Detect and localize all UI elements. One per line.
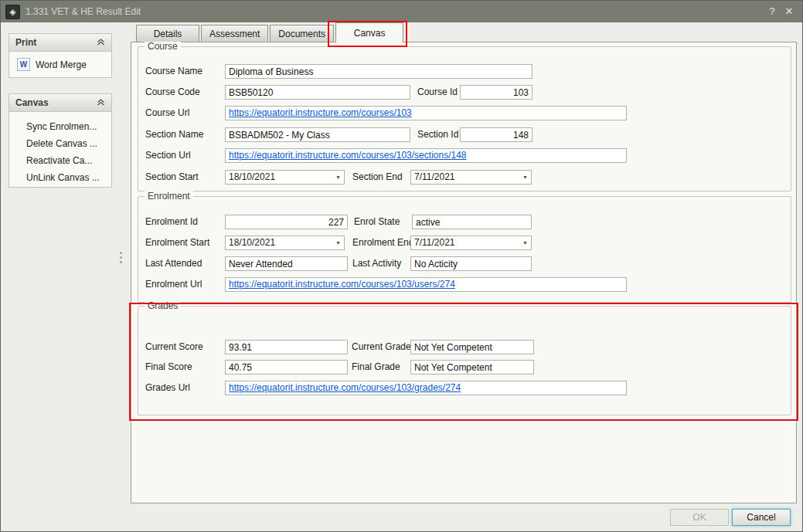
course-url-link[interactable]: https://equatorit.instructure.com/course… <box>229 107 412 118</box>
current-grade-input[interactable] <box>410 340 534 354</box>
section-id-label: Section Id <box>417 127 458 142</box>
collapse-chevron-icon <box>97 97 105 108</box>
sidebar-item-delete-canvas[interactable]: Delete Canvas ... <box>9 135 111 152</box>
canvas-panel: Canvas Sync Enrolmen... Delete Canvas ..… <box>9 93 112 188</box>
print-panel: Print W Word Merge <box>9 33 112 78</box>
final-score-label: Final Score <box>145 360 192 374</box>
grades-url-link[interactable]: https://equatorit.instructure.com/course… <box>229 382 461 393</box>
last-activity-label: Last Activity <box>352 256 401 271</box>
course-url-label: Course Url <box>145 106 189 120</box>
last-attended-label: Last Attended <box>145 256 202 271</box>
enrolment-start-value: 18/10/2021 <box>226 236 332 249</box>
final-score-input[interactable] <box>225 360 348 374</box>
app-icon: ◈ <box>5 5 20 19</box>
grades-url-label: Grades Url <box>145 381 190 395</box>
enrolment-end-value: 7/11/2021 <box>411 236 519 249</box>
section-start-value: 18/10/2021 <box>226 171 332 184</box>
course-name-label: Course Name <box>145 64 202 79</box>
current-score-label: Current Score <box>145 340 203 354</box>
close-button[interactable]: ✕ <box>781 4 798 19</box>
word-icon: W <box>17 58 30 71</box>
dropdown-arrow-icon[interactable]: ▾ <box>519 236 531 249</box>
final-grade-input[interactable] <box>410 360 534 374</box>
course-group: Course Course Name Course Code Course Id… <box>138 46 791 191</box>
course-id-label: Course Id <box>417 85 458 100</box>
tab-page-canvas: Course Course Name Course Code Course Id… <box>131 42 797 503</box>
sidebar-item-reactivate-canvas[interactable]: Reactivate Ca... <box>9 152 111 169</box>
enrol-state-label: Enrol State <box>354 215 400 229</box>
enrolment-start-dropdown[interactable]: 18/10/2021 ▾ <box>225 236 345 250</box>
print-panel-title: Print <box>15 37 36 48</box>
splitter-grip-icon <box>120 252 122 263</box>
cancel-button[interactable]: Cancel <box>732 509 791 526</box>
collapse-chevron-icon <box>97 37 105 48</box>
course-name-input[interactable] <box>225 64 532 79</box>
enrolment-url-box: https://equatorit.instructure.com/course… <box>225 277 627 292</box>
section-url-link[interactable]: https://equatorit.instructure.com/course… <box>229 150 467 161</box>
tab-assessment[interactable]: Assessment <box>201 25 268 42</box>
tab-details[interactable]: Details <box>136 25 199 42</box>
course-id-input[interactable] <box>460 85 532 100</box>
enrolment-group-title: Enrolment <box>145 191 193 202</box>
section-id-input[interactable] <box>460 127 532 142</box>
window: ◈ 1.331 VET & HE Result Edit ? ✕ Print W… <box>0 0 803 532</box>
tab-strip: Details Assessment Documents Canvas <box>136 25 403 42</box>
grades-group: Grades Current Score Current Grade Final… <box>138 306 791 415</box>
enrolment-start-label: Enrolment Start <box>145 236 209 250</box>
current-score-input[interactable] <box>225 340 348 354</box>
enrolment-end-dropdown[interactable]: 7/11/2021 ▾ <box>410 236 532 250</box>
enrolment-url-label: Enrolment Url <box>145 277 202 292</box>
splitter[interactable] <box>117 33 124 496</box>
grades-group-title: Grades <box>145 300 181 311</box>
sidebar-item-sync-enrolments[interactable]: Sync Enrolmen... <box>9 118 111 135</box>
dropdown-arrow-icon[interactable]: ▾ <box>332 171 344 184</box>
course-group-title: Course <box>145 41 181 52</box>
enrolment-id-input[interactable] <box>225 215 348 229</box>
section-end-dropdown[interactable]: 7/11/2021 ▾ <box>410 170 532 185</box>
dropdown-arrow-icon[interactable]: ▾ <box>332 236 344 249</box>
last-activity-input[interactable] <box>410 256 532 271</box>
current-grade-label: Current Grade <box>352 340 411 354</box>
course-code-label: Course Code <box>145 85 200 100</box>
window-title: 1.331 VET & HE Result Edit <box>26 6 764 17</box>
word-merge-label: Word Merge <box>36 59 87 70</box>
section-url-label: Section Url <box>145 148 191 163</box>
section-url-box: https://equatorit.instructure.com/course… <box>225 148 627 163</box>
canvas-panel-items: Sync Enrolmen... Delete Canvas ... React… <box>9 112 111 191</box>
enrol-state-input[interactable] <box>412 215 532 229</box>
tab-canvas[interactable]: Canvas <box>335 22 403 42</box>
grades-url-box: https://equatorit.instructure.com/course… <box>225 381 627 395</box>
sidebar-item-unlink-canvas[interactable]: UnLink Canvas ... <box>9 169 111 186</box>
course-url-box: https://equatorit.instructure.com/course… <box>225 106 627 120</box>
title-bar: ◈ 1.331 VET & HE Result Edit ? ✕ <box>1 1 802 22</box>
ok-button[interactable]: OK <box>670 509 729 526</box>
enrolment-url-link[interactable]: https://equatorit.instructure.com/course… <box>229 279 455 290</box>
course-code-input[interactable] <box>225 85 410 100</box>
section-name-input[interactable] <box>225 127 410 142</box>
word-merge-button[interactable]: W Word Merge <box>9 52 111 77</box>
tab-documents[interactable]: Documents <box>270 25 334 42</box>
canvas-panel-header[interactable]: Canvas <box>9 94 111 112</box>
section-name-label: Section Name <box>145 127 203 142</box>
help-button[interactable]: ? <box>764 4 781 19</box>
canvas-panel-title: Canvas <box>15 97 49 108</box>
final-grade-label: Final Grade <box>352 360 400 374</box>
section-start-dropdown[interactable]: 18/10/2021 ▾ <box>225 170 345 185</box>
enrolment-end-label: Enrolment End <box>352 236 413 250</box>
section-start-label: Section Start <box>145 170 199 185</box>
last-attended-input[interactable] <box>225 256 348 271</box>
section-end-value: 7/11/2021 <box>411 171 519 184</box>
print-panel-header[interactable]: Print <box>9 34 111 52</box>
enrolment-group: Enrolment Enrolment Id Enrol State Enrol… <box>138 196 791 303</box>
enrolment-id-label: Enrolment Id <box>145 215 198 229</box>
section-end-label: Section End <box>352 170 403 185</box>
dropdown-arrow-icon[interactable]: ▾ <box>519 171 531 184</box>
